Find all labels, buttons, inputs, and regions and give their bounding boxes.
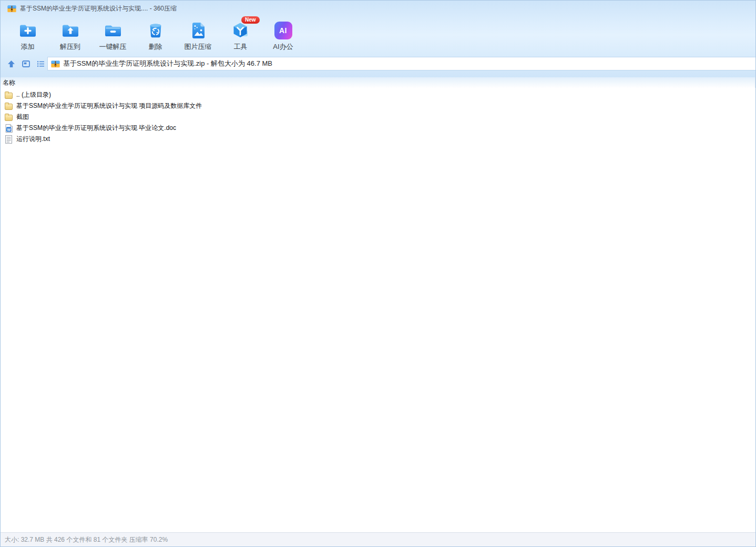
extract-to-button[interactable]: 解压到: [51, 19, 89, 55]
status-bar: 大小: 32.7 MB 共 426 个文件和 81 个文件夹 压缩率 70.2%: [1, 532, 755, 546]
image-compress-button-label: 图片压缩: [185, 42, 212, 52]
address-path-field[interactable]: 基于SSM的毕业生学历证明系统设计与实现.zip - 解包大小为 46.7 MB: [47, 57, 755, 70]
delete-trash-icon: [146, 21, 166, 40]
file-name: 截图: [16, 113, 29, 121]
file-name: 运行说明.txt: [16, 135, 50, 144]
ai-office-icon: AI: [273, 21, 293, 40]
folder-icon: [4, 103, 13, 110]
tools-cube-icon: New: [231, 21, 251, 40]
list-item-thesis-doc[interactable]: W 基于SSM的毕业生学历证明系统设计与实现 毕业论文.doc: [1, 123, 755, 134]
window-title: 基于SSM的毕业生学历证明系统设计与实现.... - 360压缩: [20, 4, 177, 13]
column-header-label: 名称: [3, 78, 15, 87]
status-summary-text: 大小: 32.7 MB 共 426 个文件和 81 个文件夹 压缩率 70.2%: [5, 535, 168, 544]
zip-archive-icon: [51, 59, 60, 68]
image-compress-icon: [188, 21, 208, 40]
column-header-name[interactable]: 名称: [1, 77, 755, 88]
ai-icon-text: AI: [274, 22, 292, 39]
file-name: 基于SSM的毕业生学历证明系统设计与实现 项目源码及数据库文件: [16, 102, 202, 110]
title-bar: 基于SSM的毕业生学历证明系统设计与实现.... - 360压缩: [1, 1, 755, 16]
ai-office-button[interactable]: AI AI办公: [264, 19, 302, 55]
tools-button[interactable]: New 工具: [221, 19, 260, 55]
folder-icon: [4, 92, 13, 99]
extract-to-button-label: 解压到: [60, 42, 80, 52]
list-item-parent-dir[interactable]: .. (上级目录): [1, 89, 755, 100]
file-list: .. (上级目录) 基于SSM的毕业生学历证明系统设计与实现 项目源码及数据库文…: [1, 88, 755, 532]
address-path-text: 基于SSM的毕业生学历证明系统设计与实现.zip - 解包大小为 46.7 MB: [63, 59, 272, 68]
add-button[interactable]: 添加: [8, 19, 47, 55]
svg-text:W: W: [7, 127, 11, 131]
list-view-icon[interactable]: [36, 59, 45, 68]
add-folder-icon: [18, 21, 38, 40]
extract-to-folder-icon: [60, 21, 80, 40]
file-name: .. (上级目录): [16, 90, 51, 99]
main-toolbar: 添加 解压到: [1, 16, 755, 57]
ai-office-button-label: AI办公: [273, 42, 293, 52]
text-file-icon: [4, 135, 13, 144]
one-click-extract-button-label: 一键解压: [99, 42, 127, 52]
app-window: 基于SSM的毕业生学历证明系统设计与实现.... - 360压缩 添加: [0, 0, 756, 547]
address-bar: 基于SSM的毕业生学历证明系统设计与实现.zip - 解包大小为 46.7 MB: [1, 57, 755, 70]
file-name: 基于SSM的毕业生学历证明系统设计与实现 毕业论文.doc: [16, 124, 176, 133]
delete-button-label: 删除: [149, 42, 162, 52]
one-click-extract-button[interactable]: 一键解压: [94, 19, 132, 55]
zip-archive-icon: [7, 4, 16, 13]
word-doc-icon: W: [4, 124, 13, 133]
nav-icons: [6, 57, 45, 70]
up-arrow-icon[interactable]: [6, 59, 16, 68]
list-item-source-folder[interactable]: 基于SSM的毕业生学历证明系统设计与实现 项目源码及数据库文件: [1, 100, 755, 112]
list-item-screenshots-folder[interactable]: 截图: [1, 112, 755, 123]
folder-icon: [4, 114, 13, 121]
image-compress-button[interactable]: 图片压缩: [179, 19, 217, 55]
list-item-readme-txt[interactable]: 运行说明.txt: [1, 134, 755, 145]
add-button-label: 添加: [21, 42, 35, 52]
view-mode-icon[interactable]: [21, 59, 30, 68]
tools-new-badge: New: [241, 16, 260, 24]
delete-button[interactable]: 删除: [136, 19, 175, 55]
one-click-extract-folder-icon: [103, 21, 123, 40]
tools-button-label: 工具: [234, 42, 248, 52]
